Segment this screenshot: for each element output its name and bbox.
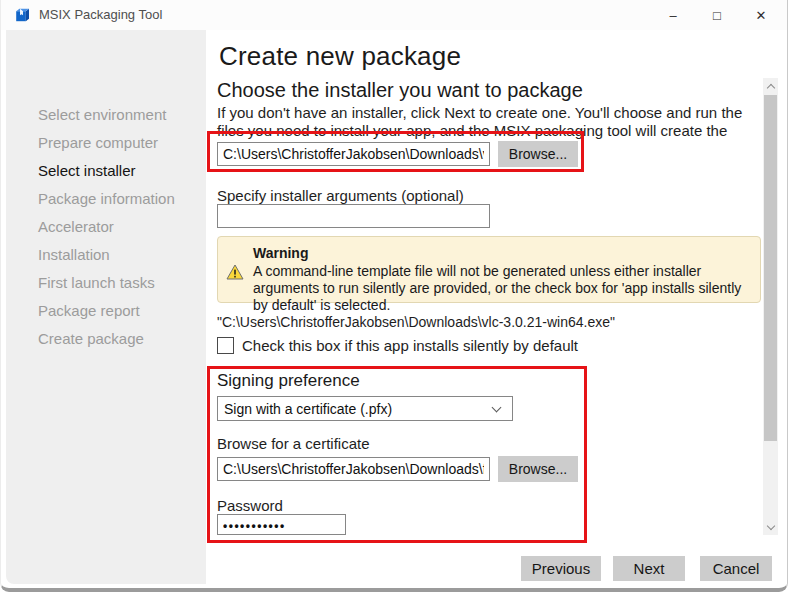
- previous-button[interactable]: Previous: [521, 556, 601, 581]
- installer-browse-button[interactable]: Browse...: [498, 141, 578, 167]
- signing-preference-heading: Signing preference: [217, 371, 360, 391]
- chevron-down-icon: [492, 402, 502, 412]
- title-bar: MSIX Packaging Tool – □ ✕: [1, 0, 787, 30]
- sidebar-item-prepare-computer: Prepare computer: [6, 129, 206, 157]
- warning-title: Warning: [253, 245, 308, 261]
- installer-arguments-label: Specify installer arguments (optional): [217, 187, 464, 204]
- app-window: MSIX Packaging Tool – □ ✕ Select environ…: [0, 0, 788, 592]
- warning-message: A command-line template file will not be…: [253, 263, 751, 314]
- sidebar-item-create-package: Create package: [6, 325, 206, 353]
- vertical-scrollbar[interactable]: [763, 78, 778, 535]
- scroll-down-icon[interactable]: [763, 519, 778, 535]
- installer-arguments-input[interactable]: [217, 204, 490, 228]
- section-heading: Choose the installer you want to package: [217, 79, 583, 102]
- silent-install-checkbox[interactable]: [217, 337, 234, 354]
- certificate-path-input[interactable]: [217, 457, 490, 481]
- certificate-browse-button[interactable]: Browse...: [498, 456, 578, 482]
- main-content: Create new package Choose the installer …: [206, 30, 788, 584]
- page-title: Create new package: [219, 41, 461, 72]
- maximize-icon[interactable]: □: [695, 0, 739, 30]
- scrollbar-thumb[interactable]: [764, 95, 777, 441]
- scroll-up-icon[interactable]: [763, 78, 778, 94]
- window-title: MSIX Packaging Tool: [39, 7, 162, 22]
- msix-app-icon: [14, 6, 31, 23]
- warning-triangle-icon: [226, 264, 244, 280]
- signing-preference-dropdown[interactable]: Sign with a certificate (.pfx): [217, 396, 513, 421]
- sidebar-item-accelerator: Accelerator: [6, 213, 206, 241]
- sidebar-item-package-report: Package report: [6, 297, 206, 325]
- installer-path-input[interactable]: [217, 142, 490, 166]
- password-input[interactable]: [217, 514, 346, 535]
- password-label: Password: [217, 497, 283, 514]
- minimize-icon[interactable]: –: [651, 0, 695, 30]
- sidebar-item-package-information: Package information: [6, 185, 206, 213]
- silent-install-checkbox-label: Check this box if this app installs sile…: [242, 337, 578, 354]
- sidebar-item-select-installer: Select installer: [6, 157, 206, 185]
- installer-quoted-path: "C:\Users\ChristofferJakobsen\Downloads\…: [217, 314, 615, 330]
- wizard-steps-list: Select environment Prepare computer Sele…: [6, 101, 206, 353]
- signing-preference-selected-value: Sign with a certificate (.pfx): [218, 401, 493, 417]
- close-icon[interactable]: ✕: [739, 0, 783, 30]
- sidebar-item-first-launch-tasks: First launch tasks: [6, 269, 206, 297]
- wizard-steps-sidebar: Select environment Prepare computer Sele…: [6, 30, 206, 584]
- warning-infobar: Warning A command-line template file wil…: [217, 236, 761, 303]
- sidebar-item-installation: Installation: [6, 241, 206, 269]
- window-controls: – □ ✕: [651, 0, 783, 30]
- next-button[interactable]: Next: [613, 556, 685, 581]
- sidebar-item-select-environment: Select environment: [6, 101, 206, 129]
- cancel-button[interactable]: Cancel: [700, 556, 772, 581]
- certificate-label: Browse for a certificate: [217, 435, 370, 452]
